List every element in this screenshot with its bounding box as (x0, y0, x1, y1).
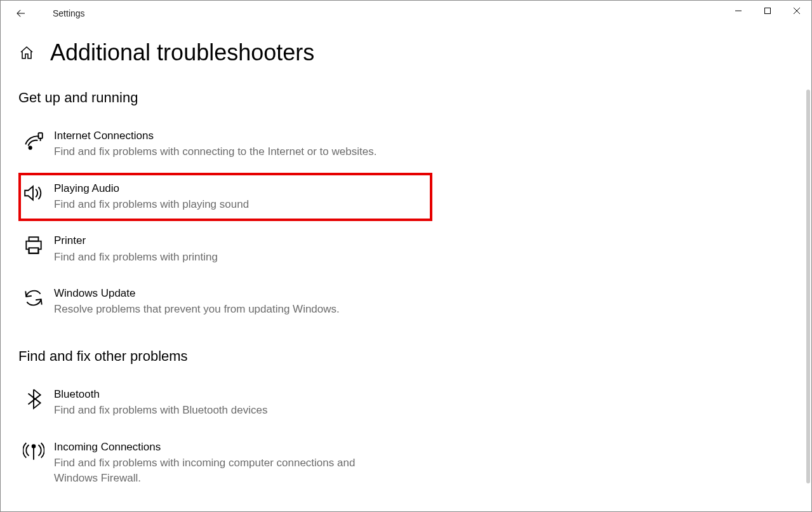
troubleshooter-text: BluetoothFind and fix problems with Blue… (54, 387, 423, 419)
internet-icon (22, 129, 45, 152)
troubleshooter-title: Playing Audio (54, 182, 423, 196)
troubleshooter-title: Windows Update (54, 286, 423, 300)
troubleshooter-text: Incoming ConnectionsFind and fix problem… (54, 440, 423, 487)
close-button[interactable] (782, 1, 811, 21)
troubleshooter-item-internet[interactable]: Internet ConnectionsFind and fix problem… (18, 120, 432, 169)
home-icon[interactable] (18, 44, 35, 61)
troubleshooter-title: Printer (54, 234, 423, 248)
content-area: Additional troubleshooters Get up and ru… (1, 26, 432, 495)
back-button[interactable] (12, 4, 30, 22)
troubleshooter-text: Internet ConnectionsFind and fix problem… (54, 129, 423, 160)
svg-rect-2 (765, 8, 771, 14)
update-icon (22, 286, 45, 309)
troubleshooter-desc: Find and fix problems with printing (54, 250, 384, 266)
troubleshooter-text: Playing AudioFind and fix problems with … (54, 182, 423, 213)
troubleshooter-desc: Resolve problems that prevent you from u… (54, 302, 384, 318)
troubleshooter-title: Internet Connections (54, 129, 423, 143)
troubleshooter-text: PrinterFind and fix problems with printi… (54, 234, 423, 265)
app-title: Settings (53, 8, 85, 18)
svg-point-11 (32, 445, 36, 448)
troubleshooter-desc: Find and fix problems with incoming comp… (54, 455, 384, 487)
troubleshooter-item-incoming[interactable]: Incoming ConnectionsFind and fix problem… (18, 431, 432, 495)
troubleshooter-desc: Find and fix problems with Bluetooth dev… (54, 403, 384, 419)
section-title: Find and fix other problems (18, 348, 432, 365)
troubleshooter-desc: Find and fix problems with connecting to… (54, 144, 384, 160)
maximize-button[interactable] (753, 1, 782, 21)
page-header: Additional troubleshooters (18, 41, 432, 64)
troubleshooter-item-audio[interactable]: Playing AudioFind and fix problems with … (18, 173, 432, 222)
troubleshooter-item-update[interactable]: Windows UpdateResolve problems that prev… (18, 278, 432, 327)
titlebar: Settings (1, 1, 811, 26)
troubleshooter-title: Incoming Connections (54, 440, 423, 454)
svg-rect-6 (38, 133, 42, 138)
troubleshooter-item-bluetooth[interactable]: BluetoothFind and fix problems with Blue… (18, 379, 432, 428)
svg-point-5 (29, 147, 32, 149)
bluetooth-icon (22, 387, 45, 410)
printer-icon (22, 234, 45, 257)
audio-icon (22, 182, 45, 205)
scrollbar[interactable] (806, 90, 810, 483)
section-title: Get up and running (18, 90, 432, 106)
incoming-icon (22, 440, 45, 463)
svg-rect-9 (29, 248, 39, 254)
troubleshooter-text: Windows UpdateResolve problems that prev… (54, 286, 423, 318)
window-controls (724, 1, 811, 21)
page-title: Additional troubleshooters (50, 41, 314, 64)
troubleshooter-item-printer[interactable]: PrinterFind and fix problems with printi… (18, 225, 432, 274)
minimize-button[interactable] (724, 1, 753, 21)
troubleshooter-desc: Find and fix problems with playing sound (54, 197, 384, 213)
troubleshooter-title: Bluetooth (54, 387, 423, 401)
